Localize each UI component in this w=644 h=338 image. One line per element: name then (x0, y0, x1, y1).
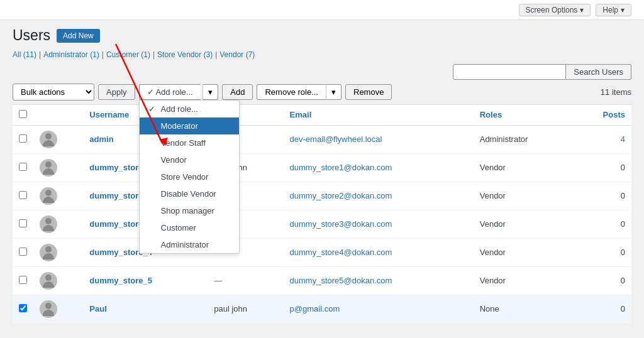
add-role-button[interactable]: ✓ Add role... (139, 84, 201, 100)
email-link[interactable]: dev-email@flywheel.local (290, 134, 382, 144)
posts-link[interactable]: 4 (621, 134, 625, 144)
remove-button[interactable]: Remove (345, 84, 392, 100)
filter-links: All (11) | Administrator (1) | Customer … (13, 50, 631, 59)
page-title: Users (13, 26, 50, 45)
role-cell: Administrator (474, 125, 574, 153)
username-link[interactable]: admin (89, 134, 113, 144)
screen-options-button[interactable]: Screen Options ▾ (519, 4, 591, 16)
row-checkbox[interactable] (19, 163, 27, 171)
username-cell: dummy_store_5 (83, 266, 208, 295)
avatar (40, 300, 57, 318)
name-cell: — (208, 266, 283, 295)
remove-role-arrow[interactable]: ▾ (326, 84, 341, 100)
users-tbody: admin—dev-email@flywheel.localAdministra… (13, 125, 631, 323)
role-cell: Vendor (474, 266, 574, 295)
row-checkbox[interactable] (19, 276, 27, 284)
dropdown-label-shop-manager: Shop manager (161, 206, 214, 215)
email-link[interactable]: dummy_store3@dokan.com (290, 219, 392, 229)
add-button[interactable]: Add (222, 84, 253, 100)
add-new-button[interactable]: Add New (57, 29, 100, 43)
help-label: Help (602, 6, 618, 14)
table-row: dummy_store_5—dummy_store5@dokan.comVend… (13, 266, 631, 295)
email-link[interactable]: dummy_store1@dokan.com (290, 163, 392, 172)
email-link[interactable]: dummy_store2@dokan.com (290, 191, 392, 200)
posts-cell: 0 (574, 238, 631, 266)
posts-cell: 0 (574, 295, 631, 323)
users-table: Username Name Email Roles Posts admin—de… (13, 104, 631, 324)
tablenav: Bulk actions Apply ✓ Add role... ▾ ✓ Add… (13, 84, 631, 101)
table-row: dummy_store_3—dummy_store3@dokan.comVend… (13, 210, 631, 238)
dropdown-item-vendor-staff[interactable]: Vendor Staff (140, 134, 239, 151)
email-cell: dummy_store1@dokan.com (284, 153, 474, 182)
screen-options-label: Screen Options (526, 6, 578, 14)
avatar-cell (33, 295, 83, 323)
dropdown-label-store-vendor: Store Vendor (161, 172, 209, 182)
filter-store-vendor-link[interactable]: Store Vendor (3) (157, 50, 213, 59)
content-area: Users Add New All (11) | Administrator (… (0, 20, 644, 336)
dropdown-label-vendor-staff: Vendor Staff (161, 138, 206, 148)
dropdown-item-add-role[interactable]: ✓ Add role... (140, 101, 239, 117)
role-cell: Vendor (474, 210, 574, 238)
search-row: Search Users (13, 64, 631, 80)
table-row: admin—dev-email@flywheel.localAdministra… (13, 125, 631, 153)
table-row: dummy_store_4—dummy_store4@dokan.comVend… (13, 238, 631, 266)
filter-vendor-link[interactable]: Vendor (7) (219, 50, 255, 59)
dropdown-item-administrator[interactable]: Administrator (140, 236, 239, 253)
th-roles: Roles (474, 104, 574, 125)
dropdown-item-moderator[interactable]: Moderator (140, 117, 239, 134)
dropdown-item-store-vendor[interactable]: Store Vendor (140, 168, 239, 185)
filter-all: All (11) (13, 50, 36, 59)
bulk-actions-select[interactable]: Bulk actions (13, 84, 94, 101)
filter-customer-link[interactable]: Customer (1) (106, 50, 150, 59)
row-checkbox-cell (13, 210, 33, 238)
avatar (40, 244, 57, 261)
select-all-checkbox[interactable] (19, 110, 27, 118)
search-users-button[interactable]: Search Users (566, 64, 631, 80)
posts-cell: 0 (574, 210, 631, 238)
th-checkbox (13, 104, 33, 125)
email-cell: dummy_store4@dokan.com (284, 238, 474, 266)
row-checkbox-cell (13, 153, 33, 182)
row-checkbox-cell (13, 125, 33, 153)
email-link[interactable]: dummy_store5@dokan.com (290, 276, 392, 285)
help-button[interactable]: Help ▾ (596, 4, 631, 16)
dropdown-item-customer[interactable]: Customer (140, 219, 239, 236)
email-cell: p@gmail.com (284, 295, 474, 323)
add-role-dropdown-arrow[interactable]: ▾ (203, 84, 218, 100)
row-checkbox[interactable] (19, 248, 27, 256)
add-role-wrapper: ✓ Add role... ▾ ✓ Add role... Moderator (139, 84, 219, 100)
dropdown-label-vendor: Vendor (161, 155, 187, 165)
th-posts: Posts (574, 104, 631, 125)
filter-administrator: Administrator (1) (43, 50, 99, 59)
posts-cell: 0 (574, 182, 631, 210)
posts-cell: 4 (574, 125, 631, 153)
check-icon: ✓ (148, 104, 157, 114)
remove-role-button[interactable]: Remove role... (257, 84, 326, 100)
avatar-cell (33, 266, 83, 295)
add-role-label: ✓ Add role... (147, 87, 193, 97)
table-row: Paulpaul johnp@gmail.comNone0 (13, 295, 631, 323)
dropdown-item-shop-manager[interactable]: Shop manager (140, 202, 239, 219)
row-checkbox[interactable] (19, 304, 27, 312)
avatar-cell (33, 182, 83, 210)
role-cell: Vendor (474, 153, 574, 182)
username-link[interactable]: dummy_store_5 (89, 276, 152, 285)
dropdown-item-vendor[interactable]: Vendor (140, 151, 239, 168)
remove-role-label: Remove role... (265, 87, 318, 97)
row-checkbox-cell (13, 238, 33, 266)
username-link[interactable]: Paul (89, 304, 106, 313)
th-avatar (33, 104, 83, 125)
avatar (40, 131, 57, 148)
email-link[interactable]: dummy_store4@dokan.com (290, 248, 392, 257)
dropdown-label-moderator: Moderator (161, 121, 198, 131)
avatar-cell (33, 153, 83, 182)
email-link[interactable]: p@gmail.com (290, 304, 340, 313)
row-checkbox[interactable] (19, 191, 27, 199)
search-input[interactable] (453, 64, 566, 80)
dropdown-item-disable-vendor[interactable]: Disable Vendor (140, 185, 239, 202)
apply-button[interactable]: Apply (98, 84, 135, 100)
filter-all-link[interactable]: All (11) (13, 50, 36, 59)
row-checkbox[interactable] (19, 219, 27, 227)
filter-administrator-link[interactable]: Administrator (1) (43, 50, 99, 59)
row-checkbox[interactable] (19, 134, 27, 143)
